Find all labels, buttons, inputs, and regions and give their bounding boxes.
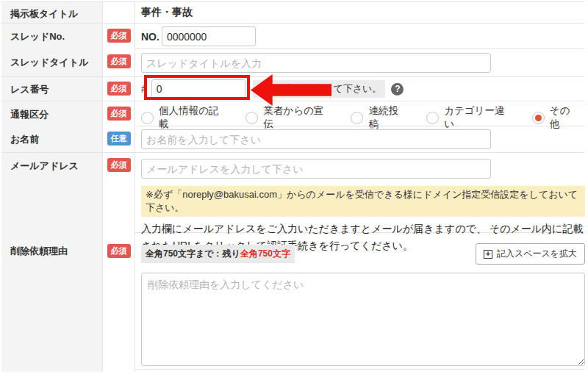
thread-title-input[interactable]	[141, 53, 491, 73]
row-thread-no: スレッドNo. 必須 NO.	[1, 24, 584, 49]
expand-plus-icon: +	[484, 250, 492, 259]
name-label: お名前	[1, 126, 103, 152]
board-title-badge-cell	[103, 2, 135, 23]
deletion-request-form: 掲示板タイトル 事件・事故 スレッドNo. 必須 NO. スレッドタイトル 必須…	[1, 1, 584, 370]
radio-icon	[426, 112, 439, 124]
name-badge-cell: 任意	[103, 126, 135, 152]
thread-no-prefix: NO.	[141, 31, 159, 43]
thread-no-badge-cell: 必須	[103, 24, 135, 49]
res-no-cell: # 半角数字で入力して下さい。 ?	[135, 77, 584, 101]
thread-title-cell	[135, 49, 584, 76]
res-no-label: レス番号	[1, 77, 103, 101]
thread-title-badge-cell: 必須	[103, 49, 135, 76]
radio-icon	[141, 112, 154, 124]
required-badge: 必須	[107, 107, 131, 121]
reason-badge-cell: 必須	[103, 233, 135, 372]
row-reason: 削除依頼理由 必須 全角750文字まで：残り全角750文字 + 記入スペースを拡…	[1, 233, 584, 370]
board-title-cell: 事件・事故	[135, 2, 584, 23]
required-badge: 必須	[107, 54, 131, 68]
board-title-label: 掲示板タイトル	[1, 2, 103, 23]
name-cell	[135, 126, 584, 152]
res-no-input[interactable]	[151, 79, 245, 99]
optional-badge: 任意	[107, 132, 131, 146]
char-counter-prefix: 全角750文字まで：残り	[146, 248, 240, 259]
email-note-highlight: ※必ず「noreply@bakusai.com」からのメールを受信できる様にドメ…	[141, 186, 585, 217]
expand-space-button[interactable]: + 記入スペースを拡大	[476, 243, 585, 265]
row-board-title: 掲示板タイトル 事件・事故	[1, 2, 584, 24]
email-input[interactable]	[141, 159, 491, 179]
thread-title-label: スレッドタイトル	[1, 49, 103, 76]
reason-textarea[interactable]	[141, 273, 585, 366]
radio-icon	[532, 112, 545, 124]
reason-label: 削除依頼理由	[1, 233, 103, 372]
res-no-prefix: #	[141, 83, 147, 95]
expand-button-label: 記入スペースを拡大	[497, 248, 577, 260]
row-res-no: レス番号 必須 # 半角数字で入力して下さい。 ?	[1, 77, 584, 101]
row-name: お名前 任意	[1, 126, 584, 153]
required-badge: 必須	[107, 29, 131, 43]
thread-no-cell: NO.	[135, 24, 584, 49]
required-badge: 必須	[107, 244, 131, 258]
help-icon[interactable]: ?	[391, 83, 404, 96]
board-title-value: 事件・事故	[141, 6, 193, 19]
char-counter-remaining: 全角750文字	[240, 248, 290, 259]
radio-icon	[245, 112, 258, 124]
row-report-category: 通報区分 必須 個人情報の記載 業者からの宣伝 連続投稿	[1, 101, 584, 126]
name-input[interactable]	[141, 129, 491, 149]
res-no-badge-cell: 必須	[103, 77, 135, 101]
thread-no-input[interactable]	[162, 26, 256, 46]
char-counter: 全角750文字まで：残り全角750文字	[141, 245, 295, 263]
thread-no-label: スレッドNo.	[1, 24, 103, 49]
res-no-hint: 半角数字で入力して下さい。	[253, 80, 386, 98]
required-badge: 必須	[107, 158, 131, 172]
required-badge: 必須	[107, 82, 131, 96]
reason-header: 全角750文字まで：残り全角750文字 + 記入スペースを拡大	[141, 243, 585, 265]
row-thread-title: スレッドタイトル 必須	[1, 49, 584, 77]
radio-icon	[351, 112, 363, 124]
reason-cell: 全角750文字まで：残り全角750文字 + 記入スペースを拡大	[135, 233, 588, 372]
row-email: メールアドレス 必須 ※必ず「noreply@bakusai.com」からのメー…	[1, 153, 584, 233]
